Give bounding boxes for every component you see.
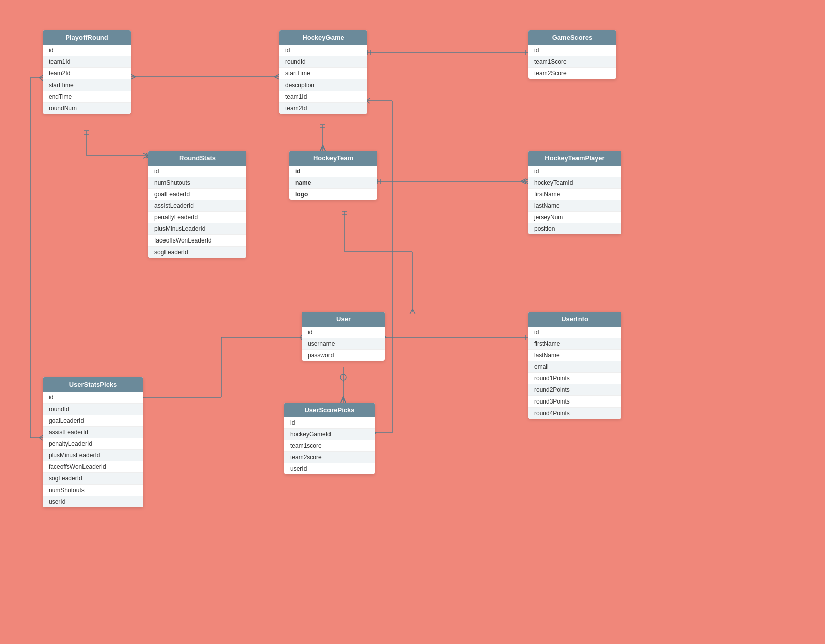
field-position: position (528, 223, 621, 234)
svg-line-73 (39, 78, 43, 80)
table-header-UserStatsPicks: UserStatsPicks (43, 377, 143, 392)
svg-line-26 (323, 145, 325, 151)
field-plusMinusLeaderId: plusMinusLeaderId (148, 223, 246, 235)
field-assistLeaderId: assistLeaderId (43, 427, 143, 438)
field-roundNum: roundNum (43, 103, 131, 114)
table-header-HockeyTeamPlayer: HockeyTeamPlayer (528, 151, 621, 166)
field-sogLeaderId: sogLeaderId (43, 473, 143, 485)
table-HockeyTeam: HockeyTeam id name logo (289, 151, 377, 200)
svg-line-30 (523, 179, 528, 181)
diagram-container: PlayoffRound id team1Id team2Id startTim… (0, 0, 825, 644)
field-penaltyLeaderId: penaltyLeaderId (43, 438, 143, 450)
field-goalLeaderId: goalLeaderId (148, 189, 246, 200)
field-id: id (284, 417, 375, 429)
table-header-GameScores: GameScores (528, 30, 616, 45)
svg-line-6 (274, 77, 279, 79)
table-header-HockeyTeam: HockeyTeam (289, 151, 377, 166)
svg-line-17 (143, 156, 148, 158)
field-firstName: firstName (528, 338, 621, 350)
field-team1score: team1score (284, 440, 375, 452)
svg-line-31 (523, 181, 528, 184)
table-GameScores: GameScores id team1Score team2Score (528, 30, 616, 79)
field-password: password (302, 350, 385, 361)
svg-line-23 (320, 147, 323, 151)
field-id: id (528, 45, 616, 56)
svg-line-72 (39, 75, 43, 78)
field-team1Score: team1Score (528, 56, 616, 68)
field-id: id (528, 166, 621, 177)
table-UserStatsPicks: UserStatsPicks id roundId goalLeaderId a… (43, 377, 143, 507)
table-HockeyTeamPlayer: HockeyTeamPlayer id hockeyTeamId firstNa… (528, 151, 621, 234)
table-header-PlayoffRound: PlayoffRound (43, 30, 131, 45)
svg-line-56 (343, 396, 346, 403)
field-penaltyLeaderId: penaltyLeaderId (148, 212, 246, 223)
field-team2score: team2score (284, 452, 375, 463)
field-goalLeaderId: goalLeaderId (43, 415, 143, 427)
table-UserScorePicks: UserScorePicks id hockeyGameId team1scor… (284, 403, 375, 474)
field-lastName: lastName (528, 200, 621, 212)
svg-line-55 (341, 396, 343, 403)
field-round2Points: round2Points (528, 384, 621, 396)
field-logo: logo (289, 189, 377, 200)
svg-point-51 (340, 374, 346, 380)
field-team1Id: team1Id (43, 56, 131, 68)
field-userId: userId (284, 463, 375, 474)
svg-line-54 (343, 398, 346, 403)
svg-line-32 (521, 179, 526, 181)
field-jerseyNum: jerseyNum (528, 212, 621, 223)
field-team2Id: team2Id (43, 68, 131, 79)
field-id: id (148, 166, 246, 177)
field-email: email (528, 361, 621, 373)
svg-line-39 (410, 309, 412, 314)
field-id: id (279, 45, 367, 56)
field-id: id (43, 45, 131, 56)
field-name: name (289, 177, 377, 189)
svg-line-2 (131, 77, 136, 79)
svg-line-25 (320, 145, 323, 151)
field-description: description (279, 79, 367, 91)
field-id: id (302, 327, 385, 338)
field-firstName: firstName (528, 189, 621, 200)
svg-line-53 (341, 398, 343, 403)
svg-line-75 (39, 438, 43, 440)
field-endTime: endTime (43, 91, 131, 103)
table-header-UserScorePicks: UserScorePicks (284, 403, 375, 417)
table-HockeyGame: HockeyGame id roundId startTime descript… (279, 30, 367, 114)
field-lastName: lastName (528, 350, 621, 361)
field-userId: userId (43, 496, 143, 507)
field-id: id (289, 166, 377, 177)
field-id: id (528, 327, 621, 338)
svg-line-1 (131, 74, 136, 77)
field-numShutouts: numShutouts (43, 485, 143, 496)
field-assistLeaderId: assistLeaderId (148, 200, 246, 212)
field-numShutouts: numShutouts (148, 177, 246, 189)
svg-line-24 (323, 147, 325, 151)
field-hockeyGameId: hockeyGameId (284, 429, 375, 440)
field-username: username (302, 338, 385, 350)
table-header-HockeyGame: HockeyGame (279, 30, 367, 45)
field-round3Points: round3Points (528, 396, 621, 408)
field-id: id (43, 392, 143, 404)
field-roundId: roundId (43, 404, 143, 415)
table-User: User id username password (302, 312, 385, 361)
svg-line-33 (521, 181, 526, 184)
field-faceoffsWonLeaderId: faceoffsWonLeaderId (148, 235, 246, 247)
table-UserInfo: UserInfo id firstName lastName email rou… (528, 312, 621, 419)
table-PlayoffRound: PlayoffRound id team1Id team2Id startTim… (43, 30, 131, 114)
field-team2Id: team2Id (279, 103, 367, 114)
svg-line-5 (274, 74, 279, 77)
field-round4Points: round4Points (528, 408, 621, 419)
svg-line-16 (143, 153, 148, 156)
field-team1Id: team1Id (279, 91, 367, 103)
field-faceoffsWonLeaderId: faceoffsWonLeaderId (43, 461, 143, 473)
field-plusMinusLeaderId: plusMinusLeaderId (43, 450, 143, 461)
field-startTime: startTime (43, 79, 131, 91)
field-team2Score: team2Score (528, 68, 616, 79)
field-roundId: roundId (279, 56, 367, 68)
field-round1Points: round1Points (528, 373, 621, 384)
svg-line-74 (39, 435, 43, 438)
table-header-User: User (302, 312, 385, 327)
table-header-RoundStats: RoundStats (148, 151, 246, 166)
table-RoundStats: RoundStats id numShutouts goalLeaderId a… (148, 151, 246, 258)
field-sogLeaderId: sogLeaderId (148, 247, 246, 258)
